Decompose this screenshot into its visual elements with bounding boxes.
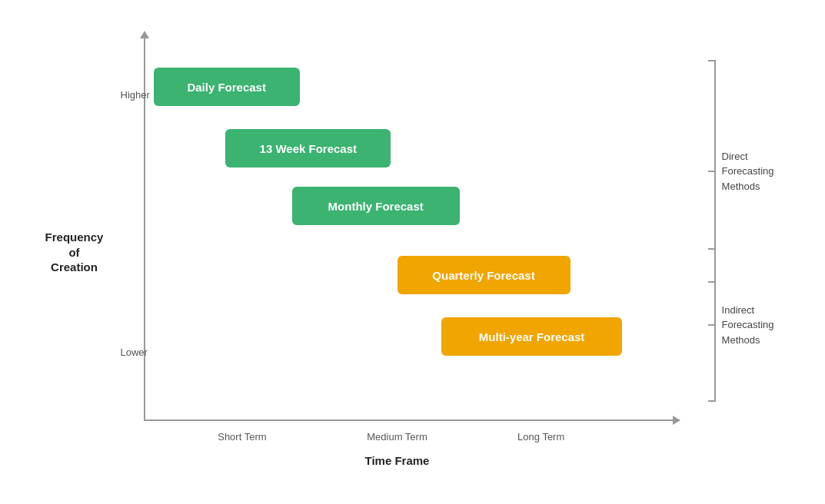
x-tick-short: Short Term (218, 431, 266, 443)
x-tick-long: Long Term (517, 431, 564, 443)
monthly-forecast-box: Monthly Forecast (292, 187, 460, 225)
13week-forecast-box: 13 Week Forecast (225, 129, 391, 167)
direct-bracket-label: DirectForecastingMethods (722, 149, 774, 194)
indirect-bracket: IndirectForecastingMethods (700, 248, 774, 402)
indirect-bracket-label: IndirectForecastingMethods (722, 303, 774, 348)
multiyear-forecast-box: Multi-year Forecast (441, 317, 622, 356)
y-tick-lower: Lower (121, 346, 142, 358)
x-axis-title: Time Frame (365, 454, 430, 467)
daily-forecast-box: Daily Forecast (154, 68, 300, 106)
y-tick-higher: Higher (121, 89, 142, 101)
x-tick-medium: Medium Term (367, 431, 427, 443)
y-axis-label: Frequency ofCreation (44, 230, 105, 275)
quarterly-forecast-box: Quarterly Forecast (398, 256, 571, 294)
chart-container: Frequency ofCreation Higher Lower Short … (44, 22, 782, 482)
plot-area: Higher Lower Short Term Medium Term Long… (121, 37, 674, 421)
x-axis (144, 419, 674, 421)
